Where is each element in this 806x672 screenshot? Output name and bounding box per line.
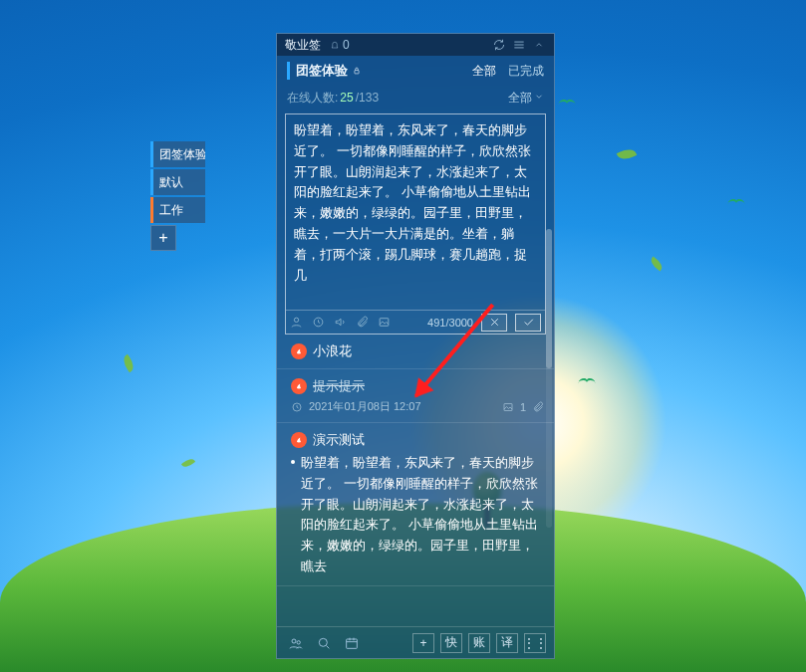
bird-icon (578, 378, 596, 386)
leaf-icon (121, 354, 137, 372)
quick-button[interactable]: 快 (440, 633, 462, 653)
leaf-icon (649, 257, 665, 272)
notification-bell[interactable]: 0 (329, 38, 350, 52)
note-meta: 2021年01月08日 12:07 1 (291, 399, 544, 414)
calendar-icon[interactable] (341, 632, 363, 654)
category-sidebar: 团签体验 默认 工作 + (150, 141, 205, 251)
svg-rect-9 (347, 639, 358, 648)
char-counter: 491/3000 (427, 317, 473, 329)
note-title: 演示测试 (313, 431, 365, 449)
side-tab-default[interactable]: 默认 (150, 169, 205, 195)
svg-point-6 (292, 639, 296, 643)
tabs-row: 团签体验 全部 已完成 (277, 56, 554, 86)
svg-point-8 (319, 638, 327, 646)
svg-rect-0 (355, 70, 359, 73)
confirm-button[interactable] (515, 314, 541, 332)
note-time: 2021年01月08日 12:07 (309, 399, 421, 414)
app-name: 敬业签 (285, 37, 321, 54)
titlebar: 敬业签 0 (277, 34, 554, 56)
audio-icon[interactable] (334, 316, 348, 330)
lock-icon (352, 64, 362, 79)
scope-label: 全部 (508, 90, 532, 107)
image-icon (502, 401, 514, 413)
bullet-dot (291, 460, 295, 464)
side-tab-add[interactable]: + (150, 225, 176, 251)
note-body-text: 盼望着，盼望着，东风来了，春天的脚步近了。 一切都像刚睡醒的样子，欣欣然张开了眼… (301, 455, 538, 573)
filter-done[interactable]: 已完成 (508, 63, 544, 80)
account-button[interactable]: 账 (468, 633, 490, 653)
sync-icon[interactable] (492, 38, 506, 52)
menu-icon[interactable] (512, 38, 526, 52)
translate-button[interactable]: 译 (496, 633, 518, 653)
note-title: 小浪花 (313, 342, 352, 360)
stats-row: 在线人数: 25 / 133 全部 (277, 86, 554, 110)
note-textarea[interactable]: 盼望着，盼望着，东风来了，春天的脚步近了。 一切都像刚睡醒的样子，欣欣然张开了眼… (286, 114, 545, 310)
svg-point-1 (294, 318, 298, 322)
assign-user-icon[interactable] (290, 316, 304, 330)
content-scroll: 盼望着，盼望着，东风来了，春天的脚步近了。 一切都像刚睡醒的样子，欣欣然张开了眼… (277, 110, 554, 626)
author-avatar (291, 432, 307, 448)
svg-point-7 (297, 640, 300, 643)
note-title: 提示提示 (313, 377, 365, 395)
bell-count: 0 (343, 38, 350, 52)
more-button[interactable]: ⋮⋮ (524, 633, 546, 653)
new-note-button[interactable]: + (412, 633, 434, 653)
members-icon[interactable] (285, 632, 307, 654)
side-tab-work[interactable]: 工作 (150, 197, 205, 223)
tab-team-sign[interactable]: 团签体验 (287, 62, 362, 80)
attachment-icon[interactable] (356, 316, 370, 330)
bird-icon (727, 199, 745, 207)
search-icon[interactable] (313, 632, 335, 654)
filter-all[interactable]: 全部 (472, 63, 496, 80)
total-count: 133 (359, 91, 379, 105)
leaf-icon (617, 146, 638, 163)
scope-dropdown[interactable]: 全部 (508, 90, 544, 107)
vertical-scrollbar[interactable] (546, 229, 552, 528)
side-tab-team[interactable]: 团签体验 (150, 141, 205, 167)
online-count: 25 (340, 91, 353, 105)
chevron-down-icon (534, 91, 544, 105)
footer-toolbar: + 快 账 译 ⋮⋮ (277, 626, 554, 658)
author-avatar (291, 378, 307, 394)
leaf-icon (181, 456, 195, 469)
collapse-icon[interactable] (532, 38, 546, 52)
app-window: 敬业签 0 团签体验 全部 已完成 在线人数: 25 / 133 全部 (276, 33, 555, 659)
scrollbar-thumb[interactable] (546, 229, 552, 368)
note-item[interactable]: 演示测试 盼望着，盼望着，东风来了，春天的脚步近了。 一切都像刚睡醒的样子，欣欣… (277, 423, 554, 586)
svg-rect-3 (380, 318, 389, 326)
reminder-icon[interactable] (312, 316, 326, 330)
tab-label: 团签体验 (296, 62, 348, 80)
editor-toolbar: 491/3000 (286, 310, 545, 334)
bird-icon (558, 100, 576, 108)
author-avatar (291, 343, 307, 359)
note-item[interactable]: 小浪花 (277, 335, 554, 369)
online-label: 在线人数: (287, 90, 338, 107)
note-body: 盼望着，盼望着，东风来了，春天的脚步近了。 一切都像刚睡醒的样子，欣欣然张开了眼… (291, 453, 544, 577)
note-editor: 盼望着，盼望着，东风来了，春天的脚步近了。 一切都像刚睡醒的样子，欣欣然张开了眼… (285, 113, 546, 335)
image-icon[interactable] (378, 316, 392, 330)
attachment-icon (532, 401, 544, 413)
bell-icon (329, 39, 341, 51)
image-count: 1 (520, 401, 526, 413)
svg-rect-5 (504, 403, 512, 410)
clock-icon (291, 401, 303, 413)
